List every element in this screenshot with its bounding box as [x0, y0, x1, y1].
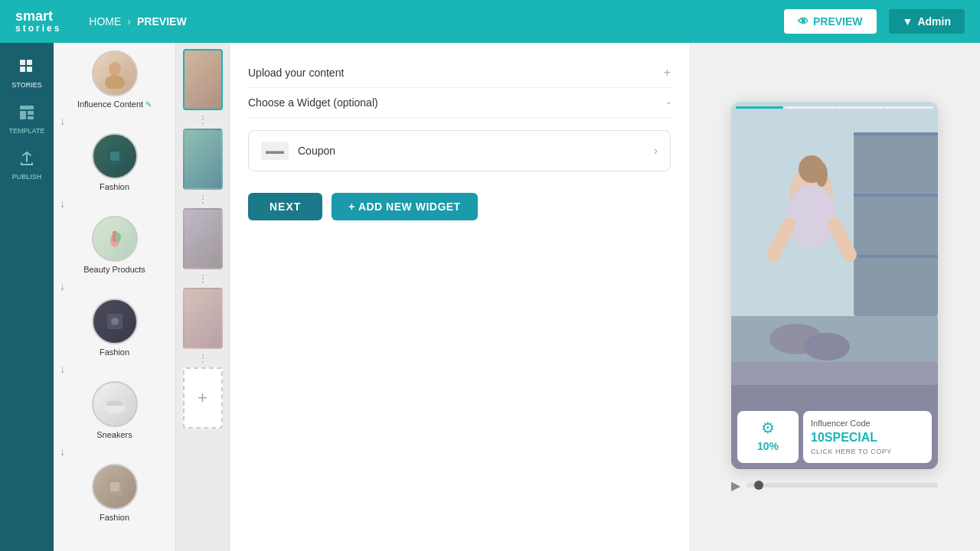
- sidebar-item-publish[interactable]: PUBLISH: [0, 142, 54, 188]
- preview-btn-label: PREVIEW: [813, 15, 863, 28]
- svg-rect-22: [854, 132, 938, 316]
- story-label-sneakers: Sneakers: [96, 430, 132, 439]
- thumbnail-add-button[interactable]: +: [183, 367, 223, 429]
- svg-point-9: [105, 75, 125, 89]
- story-item-sneakers[interactable]: Sneakers: [60, 381, 169, 439]
- coupon-right-card[interactable]: Influencer Code 10SPECIAL CLICK HERE TO …: [803, 411, 932, 463]
- nav-preview: PREVIEW: [137, 15, 187, 28]
- story-arrow-4: ↓: [60, 363, 169, 375]
- coupon-widget-name: Coupon: [298, 145, 645, 157]
- playback-track[interactable]: [746, 483, 938, 487]
- widget-row[interactable]: Choose a Widget (optional) -: [248, 88, 671, 118]
- story-arrow-3: ↓: [60, 280, 169, 292]
- top-navigation: smart stories HOME › PREVIEW 👁 PREVIEW ▼…: [0, 0, 980, 43]
- svg-rect-25: [854, 255, 938, 258]
- action-buttons: NEXT + ADD NEW WIDGET: [248, 193, 671, 220]
- progress-seg-2: [786, 106, 833, 109]
- story-item-fashion1[interactable]: Fashion: [60, 133, 169, 191]
- upload-plus-icon: +: [664, 66, 671, 80]
- thumbnail-4[interactable]: [183, 288, 223, 349]
- coupon-chevron-icon: ›: [654, 144, 658, 158]
- publish-icon: [18, 150, 35, 171]
- story-item-fashion2[interactable]: Fashion: [60, 298, 169, 357]
- story-circle-beauty: [92, 216, 138, 262]
- upload-row[interactable]: Upload your content +: [248, 58, 671, 88]
- svg-point-30: [787, 184, 836, 249]
- preview-image: ⚙ 10% Influencer Code 10SPECIAL CLICK HE…: [731, 102, 938, 469]
- story-label-beauty: Beauty Products: [83, 265, 145, 274]
- logo-line1: smart: [15, 9, 61, 24]
- story-label-fashion1: Fashion: [100, 182, 129, 191]
- add-widget-button[interactable]: + ADD NEW WIDGET: [332, 193, 477, 220]
- thumbnail-3[interactable]: [183, 208, 223, 269]
- story-item-fashion3[interactable]: Fashion: [60, 464, 169, 522]
- svg-rect-1: [27, 60, 32, 65]
- playback-indicator: [754, 481, 763, 490]
- svg-point-32: [804, 333, 850, 360]
- eye-icon: 👁: [798, 15, 808, 28]
- phone-preview: ⚙ 10% Influencer Code 10SPECIAL CLICK HE…: [731, 102, 938, 469]
- svg-point-16: [111, 318, 119, 325]
- publish-label: PUBLISH: [12, 173, 42, 181]
- template-label: TEMPLATE: [9, 127, 45, 135]
- story-label-fashion2: Fashion: [100, 347, 129, 357]
- play-button[interactable]: ▶: [731, 478, 740, 493]
- svg-rect-5: [20, 111, 26, 119]
- story-label-fashion3: Fashion: [100, 513, 129, 522]
- widget-collapse-icon[interactable]: -: [667, 96, 671, 109]
- coupon-icon: ▬▬: [266, 145, 284, 156]
- template-icon: [18, 104, 35, 125]
- thumbnail-2[interactable]: [183, 129, 223, 190]
- progress-seg-3: [836, 106, 884, 109]
- svg-point-8: [109, 62, 121, 76]
- coupon-gear-icon: ⚙: [761, 419, 775, 437]
- logo: smart stories: [15, 9, 61, 34]
- story-progress-bar: [736, 106, 933, 109]
- story-arrow-5: ↓: [60, 445, 169, 458]
- edit-icon-influence[interactable]: ✎: [145, 100, 152, 109]
- admin-button[interactable]: ▼ Admin: [889, 9, 965, 34]
- breadcrumb: HOME › PREVIEW: [89, 15, 186, 28]
- sidebar-item-stories[interactable]: STORIES: [0, 51, 54, 96]
- thumb-move-4[interactable]: ⋮: [198, 350, 208, 366]
- thumb-move-1[interactable]: ⋮: [198, 112, 208, 127]
- svg-rect-0: [20, 60, 25, 65]
- svg-rect-24: [854, 194, 938, 197]
- story-label-influence: Influence Content: [77, 99, 143, 109]
- breadcrumb-chevron: ›: [127, 15, 131, 28]
- stories-panel: Influence Content ✎ ↓ Fashion ↓: [54, 43, 176, 551]
- thumb-move-3[interactable]: ⋮: [198, 271, 208, 286]
- story-circle-sneakers: [92, 381, 138, 427]
- main-layout: STORIES TEMPLATE PUBLISH: [0, 43, 980, 551]
- story-circle-fashion3: [92, 464, 138, 510]
- svg-rect-11: [110, 152, 119, 161]
- thumb-move-2[interactable]: ⋮: [198, 191, 208, 207]
- coupon-overlay: ⚙ 10% Influencer Code 10SPECIAL CLICK HE…: [731, 405, 938, 469]
- coupon-left-card[interactable]: ⚙ 10%: [737, 411, 799, 463]
- story-item-influence[interactable]: Influence Content ✎: [60, 51, 169, 109]
- story-arrow-2: ↓: [60, 197, 169, 210]
- story-arrow-1: ↓: [60, 115, 169, 127]
- thumbnail-1[interactable]: [183, 49, 223, 110]
- story-item-beauty[interactable]: Beauty Products: [60, 216, 169, 274]
- svg-point-29: [815, 162, 828, 187]
- coupon-title: Influencer Code: [811, 419, 924, 428]
- coupon-widget-card[interactable]: ▬▬ Coupon ›: [248, 130, 671, 171]
- sidebar-item-template[interactable]: TEMPLATE: [0, 96, 54, 142]
- svg-rect-19: [110, 482, 119, 491]
- widget-section: ▬▬ Coupon ›: [248, 130, 671, 171]
- svg-rect-2: [20, 67, 25, 72]
- next-button[interactable]: NEXT: [248, 193, 322, 220]
- thumbnails-panel: ⋮ ⋮ ⋮ ⋮ +: [176, 43, 230, 551]
- svg-rect-6: [28, 111, 34, 115]
- progress-seg-4: [886, 106, 933, 109]
- story-circle-fashion1: [92, 133, 138, 179]
- coupon-code: 10SPECIAL: [811, 431, 924, 445]
- coupon-percent: 10%: [757, 440, 779, 452]
- nav-home[interactable]: HOME: [89, 15, 121, 28]
- stories-icon: [18, 58, 35, 79]
- stories-label: STORIES: [11, 81, 41, 89]
- svg-point-14: [115, 233, 121, 242]
- preview-button[interactable]: 👁 PREVIEW: [784, 9, 877, 34]
- upload-label: Upload your content: [248, 67, 344, 79]
